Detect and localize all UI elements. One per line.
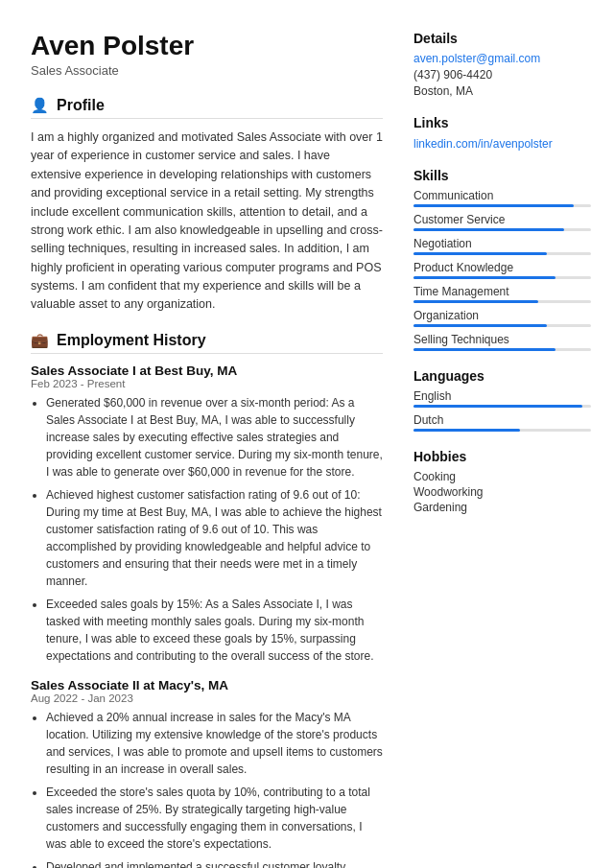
skill-item: Time Management (413, 285, 591, 303)
job-bullet: Developed and implemented a successful c… (46, 858, 383, 868)
skill-bar-fill (413, 204, 574, 207)
skill-item: Negotiation (413, 237, 591, 255)
employment-icon: 💼 (31, 332, 49, 349)
language-name: English (413, 389, 591, 403)
link-item[interactable]: linkedin.com/in/avenpolster (413, 137, 553, 151)
language-bar-fill (413, 405, 582, 408)
skill-name: Product Knowledge (413, 261, 591, 274)
job-bullet: Achieved highest customer satisfaction r… (46, 486, 383, 590)
skill-bar-fill (413, 252, 547, 255)
skill-bar-background (413, 252, 591, 255)
language-item: English (413, 389, 591, 408)
language-bar-background (413, 405, 591, 408)
hobby-item: Woodworking (413, 485, 591, 499)
location: Boston, MA (413, 84, 591, 98)
hobby-item: Cooking (413, 470, 591, 483)
hobby-item: Gardening (413, 501, 591, 514)
language-bar-background (413, 429, 591, 432)
language-name: Dutch (413, 413, 591, 427)
skill-bar-background (413, 204, 591, 207)
skill-item: Organization (413, 309, 591, 327)
links-title: Links (413, 115, 591, 130)
skill-item: Product Knowledge (413, 261, 591, 279)
job-bullet: Exceeded the store's sales quota by 10%,… (46, 784, 383, 853)
profile-text: I am a highly organized and motivated Sa… (31, 129, 383, 315)
skill-item: Selling Techniques (413, 333, 591, 351)
profile-icon: 👤 (31, 97, 49, 114)
skill-bar-fill (413, 228, 564, 231)
hobbies-title: Hobbies (413, 449, 591, 464)
job-dates: Feb 2023 - Present (31, 378, 383, 389)
hobbies-section: Hobbies CookingWoodworkingGardening (413, 449, 591, 514)
skill-bar-background (413, 228, 591, 231)
skill-bar-fill (413, 300, 538, 303)
languages-section: Languages EnglishDutch (413, 368, 591, 432)
skills-title: Skills (413, 168, 591, 183)
details-section: Details aven.polster@gmail.com (437) 906… (413, 31, 591, 98)
skill-bar-background (413, 276, 591, 279)
skill-name: Customer Service (413, 213, 591, 226)
skill-bar-background (413, 348, 591, 351)
job-title: Sales Associate I at Best Buy, MA (31, 364, 383, 378)
skills-section: Skills CommunicationCustomer ServiceNego… (413, 168, 591, 351)
phone: (437) 906-4420 (413, 68, 591, 82)
links-section: Links linkedin.com/in/avenpolster (413, 115, 591, 151)
email-link[interactable]: aven.polster@gmail.com (413, 52, 540, 65)
candidate-title: Sales Associate (31, 63, 383, 78)
skill-bar-fill (413, 348, 555, 351)
sidebar: Details aven.polster@gmail.com (437) 906… (413, 31, 591, 868)
header: Aven Polster Sales Associate (31, 31, 383, 78)
job-dates: Aug 2022 - Jan 2023 (31, 692, 383, 704)
skill-name: Time Management (413, 285, 591, 298)
job-entry: Sales Associate II at Macy's, MAAug 2022… (31, 678, 383, 868)
skill-bar-fill (413, 276, 555, 279)
skill-bar-background (413, 300, 591, 303)
skill-bar-background (413, 324, 591, 327)
job-entry: Sales Associate I at Best Buy, MAFeb 202… (31, 364, 383, 665)
language-item: Dutch (413, 413, 591, 432)
job-bullet: Exceeded sales goals by 15%: As a Sales … (46, 596, 383, 665)
profile-section-title: 👤 Profile (31, 97, 383, 119)
employment-section: 💼 Employment History Sales Associate I a… (31, 332, 383, 868)
job-bullet: Generated $60,000 in revenue over a six-… (46, 394, 383, 481)
skill-name: Organization (413, 309, 591, 322)
employment-section-title: 💼 Employment History (31, 332, 383, 354)
languages-title: Languages (413, 368, 591, 384)
language-bar-fill (413, 429, 520, 432)
skill-item: Communication (413, 189, 591, 207)
job-title: Sales Associate II at Macy's, MA (31, 678, 383, 692)
candidate-name: Aven Polster (31, 31, 383, 61)
details-title: Details (413, 31, 591, 46)
email: aven.polster@gmail.com (413, 52, 591, 65)
skill-bar-fill (413, 324, 547, 327)
skill-name: Negotiation (413, 237, 591, 250)
job-bullet: Achieved a 20% annual increase in sales … (46, 709, 383, 778)
skill-name: Selling Techniques (413, 333, 591, 346)
skill-item: Customer Service (413, 213, 591, 231)
profile-section: 👤 Profile I am a highly organized and mo… (31, 97, 383, 315)
skill-name: Communication (413, 189, 591, 202)
